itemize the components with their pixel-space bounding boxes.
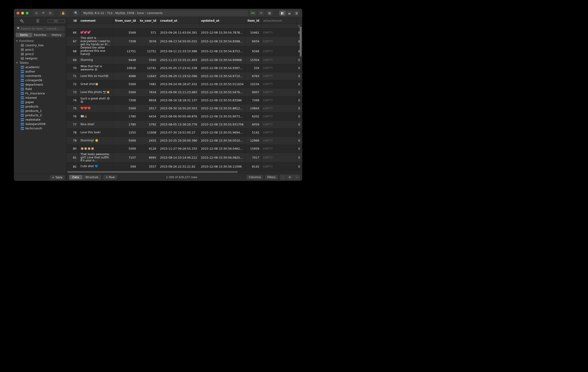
cell[interactable]: 11643	[138, 72, 158, 80]
tab-data[interactable]: Data	[69, 175, 82, 180]
lock-icon[interactable]: 🔒	[60, 10, 66, 16]
cell[interactable]: 2015-08-29 11:19:52.096	[158, 72, 199, 80]
cell[interactable]: 9007	[246, 88, 261, 96]
minimize-window-button[interactable]	[21, 12, 24, 14]
cell[interactable]: E	[296, 121, 302, 129]
search-icon[interactable]: 🔍	[73, 10, 79, 16]
cell[interactable]: 2455	[138, 137, 158, 145]
column-header-id[interactable]: id	[67, 18, 79, 24]
cell[interactable]: 2015-12-08 15:30:56.0825...	[199, 153, 245, 162]
tree-item-comments[interactable]: comments	[14, 74, 67, 78]
table-row[interactable]: 68Deleted the other preferred this one h…	[67, 46, 302, 56]
tree-item-country_hos[interactable]: country_hos	[14, 43, 67, 47]
column-header-attachment[interactable]: attachment	[261, 18, 296, 24]
cell[interactable]: 💕💕💕	[79, 29, 113, 37]
cell[interactable]: EMPTY	[261, 64, 296, 72]
cell[interactable]: Love this photo 📷💥	[79, 88, 113, 96]
tree-group-tables[interactable]: ▼Tables	[14, 60, 67, 65]
cell[interactable]: 2015-11-27 09:26:55.333	[158, 145, 199, 153]
cell[interactable]: 2015-12-08 15:30:56.11096	[199, 162, 245, 170]
cell[interactable]: 2015-12-08 15:30:54.9397...	[199, 64, 245, 72]
cell[interactable]: 3076	[138, 37, 158, 46]
cell[interactable]: 6202	[246, 112, 261, 121]
prev-page-button[interactable]: ‹	[280, 175, 286, 180]
cell[interactable]: 2015-12-08 15:30:55.011634	[199, 80, 245, 88]
cell[interactable]: 5340	[138, 56, 158, 64]
cell[interactable]: 12751	[113, 46, 138, 56]
table-row[interactable]: 81That looks awesome, girl! Love that ou…	[67, 153, 302, 162]
layout-sidebar-left-icon[interactable]: ◧	[279, 10, 286, 16]
cell[interactable]: E	[296, 129, 302, 137]
cell[interactable]: E	[296, 162, 302, 170]
cell[interactable]: EMPTY	[261, 46, 296, 56]
tree-item-interest[interactable]: interest	[14, 96, 67, 100]
cell[interactable]: 81	[67, 153, 79, 162]
tree-item-academic[interactable]: academic	[14, 65, 67, 69]
cell[interactable]: 9448	[113, 56, 138, 64]
tab-structure[interactable]: Structure	[82, 175, 102, 180]
column-header-updated_at[interactable]: updated_at	[199, 18, 245, 24]
vertical-scrollbar-thumb[interactable]	[300, 27, 302, 57]
add-row-button[interactable]: +Row	[103, 175, 117, 180]
table-row[interactable]: 73Love this photo 📷💥556976342015-09-06 1…	[67, 88, 302, 96]
table-row[interactable]: 67This skirt is everywhere I need to get…	[67, 37, 302, 46]
tree-item-salesjan2009[interactable]: SalesJan2009	[14, 122, 67, 126]
cell[interactable]: ❤️❤️❤️	[79, 104, 113, 112]
cell[interactable]: E	[296, 145, 302, 153]
cell[interactable]: 2015-08-16 18:18:31.137	[158, 96, 199, 104]
grid-icon[interactable]: ▦	[266, 10, 273, 16]
cell[interactable]: 6126	[138, 145, 158, 153]
table-row[interactable]: 69Stunning944853402015-11-23 15:55:21.40…	[67, 56, 302, 64]
tree-item-testproc[interactable]: testproc	[14, 56, 67, 60]
cell[interactable]: 2015-11-23 15:55:21.403	[158, 56, 199, 64]
cell[interactable]: 79	[67, 137, 79, 145]
tree-item-author[interactable]: author	[14, 69, 67, 74]
cell[interactable]: Great shot👏🏼	[79, 80, 113, 88]
cell[interactable]: 1555	[113, 129, 138, 137]
table-row[interactable]: 70Wow that hat is awesome 😮1091612741201…	[67, 64, 302, 72]
table-row[interactable]: 82Cute shot 💙59935572015-08-26 22:31:21.…	[67, 162, 302, 170]
table-row[interactable]: 66💕💕💕55695712015-09-26 11:43:04.3912015-…	[67, 29, 302, 37]
cell[interactable]: 80	[67, 145, 79, 153]
cell[interactable]: 70	[67, 64, 79, 72]
tree-item-crimejan06[interactable]: crimejan06	[14, 78, 67, 82]
database-icon[interactable]: 🗄	[30, 18, 46, 25]
cell[interactable]: E	[296, 56, 302, 64]
cell[interactable]: 2015-05-05 17:23:41.538	[158, 64, 199, 72]
segment-favorites[interactable]: Favorites	[32, 33, 48, 37]
cell[interactable]: 5569	[113, 80, 138, 88]
sql-icon[interactable]: SQL	[47, 19, 65, 23]
cell[interactable]: 2015-12-08 15:30:55.0476...	[199, 88, 245, 96]
cell[interactable]: EMPTY	[261, 153, 296, 162]
layout-sidebar-right-icon[interactable]: ◨	[293, 10, 300, 16]
cell[interactable]: 15659	[246, 145, 261, 153]
column-header-extra[interactable]	[296, 18, 302, 24]
cell[interactable]: This skirt is everywhere I need to get m…	[79, 37, 113, 46]
table-row[interactable]: 79Stunning! 🌟556924552015-10-25 19:26:00…	[67, 137, 302, 145]
cell[interactable]: E	[296, 72, 302, 80]
cell[interactable]: 5792	[138, 121, 158, 129]
cell[interactable]: 5569	[113, 145, 138, 153]
cell[interactable]: 8142	[246, 162, 261, 170]
cell[interactable]: E	[296, 96, 302, 104]
scrollbar-thumb[interactable]	[67, 171, 238, 173]
cell[interactable]: 5569	[113, 88, 138, 96]
zoom-window-button[interactable]	[26, 12, 29, 14]
cell[interactable]: EMPTY	[261, 56, 296, 64]
cell[interactable]: 👀👍🏾	[79, 112, 113, 121]
cell[interactable]: 66	[67, 29, 79, 37]
cell[interactable]: 2015-09-30 16:50:20.503	[158, 104, 199, 112]
cell[interactable]: 4086	[113, 72, 138, 80]
table-row[interactable]: 80👏🏼👏🏼👏🏼👏🏼556961262015-11-27 09:26:55.33…	[67, 145, 302, 153]
cell[interactable]: 6763	[246, 72, 261, 80]
cell[interactable]: 334	[246, 64, 261, 72]
cell[interactable]: Love this look!	[79, 129, 113, 137]
cell[interactable]: 76	[67, 112, 79, 121]
segment-history[interactable]: History	[48, 33, 65, 37]
cell[interactable]: 12966	[246, 137, 261, 145]
cell[interactable]: E	[296, 137, 302, 145]
cell[interactable]: 2015-12-08 15:30:54.90968	[199, 56, 245, 64]
table-row[interactable]: 74Such a great shot! 😍😍730889282015-08-1…	[67, 96, 302, 104]
table-container[interactable]: idcommentfrom_user_idto_user_idcreated_a…	[67, 18, 302, 170]
cell[interactable]: 7017	[246, 153, 261, 162]
